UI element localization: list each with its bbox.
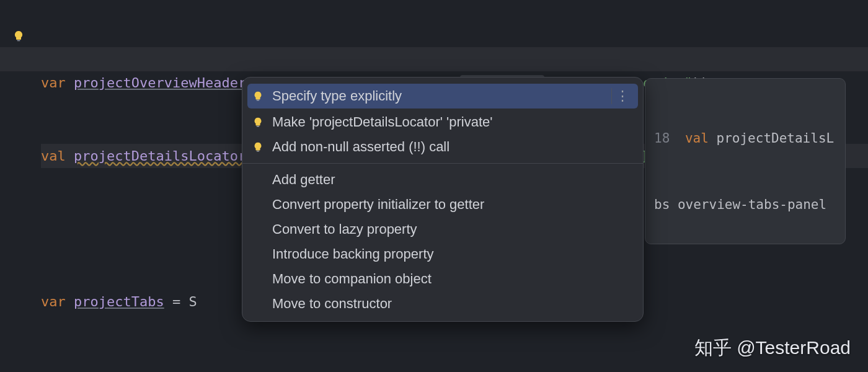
usage-preview-tooltip: 18 val projectDetailsL bs overview-tabs-…: [645, 78, 846, 244]
intention-item-move-constructor[interactable]: Move to constructor: [242, 291, 643, 316]
intention-item-label: Move to constructor: [272, 296, 392, 312]
intention-item-label: Specify type explicitly: [272, 88, 402, 104]
intention-item-add-getter[interactable]: Add getter: [242, 167, 643, 192]
intention-actions-popup: Specify type explicitly ⋮ Make 'projectD…: [242, 77, 644, 322]
intention-item-specify-type[interactable]: Specify type explicitly ⋮: [247, 84, 638, 108]
svg-rect-2: [257, 126, 260, 126]
intention-item-label: Add getter: [272, 172, 335, 188]
intention-item-backing-property[interactable]: Introduce backing property: [242, 242, 643, 267]
watermark: 知乎 @TesterRoad: [694, 335, 851, 361]
lightbulb-icon: [251, 91, 265, 102]
more-actions-icon[interactable]: ⋮: [611, 88, 633, 104]
intention-item-label: Convert property initializer to getter: [272, 197, 484, 213]
intention-item-make-private[interactable]: Make 'projectDetailsLocator' 'private': [242, 110, 643, 135]
lightbulb-icon: [251, 141, 265, 153]
lightbulb-icon: [251, 117, 265, 128]
line-number: 18: [654, 131, 670, 146]
popup-separator: [242, 163, 643, 164]
intention-item-label: Introduce backing property: [272, 246, 434, 262]
intention-item-label: Make 'projectDetailsLocator' 'private': [272, 114, 493, 130]
intention-item-convert-lazy[interactable]: Convert to lazy property: [242, 217, 643, 242]
intention-item-non-null[interactable]: Add non-null asserted (!!) call: [242, 135, 643, 159]
intention-item-move-companion[interactable]: Move to companion object: [242, 267, 643, 291]
code-line[interactable]: [41, 362, 868, 372]
intention-item-label: Move to companion object: [272, 271, 432, 287]
svg-rect-3: [257, 151, 260, 151]
intention-item-label: Add non-null asserted (!!) call: [272, 139, 450, 155]
svg-rect-1: [257, 100, 260, 100]
intention-item-label: Convert to lazy property: [272, 221, 417, 237]
intention-item-convert-initializer[interactable]: Convert property initializer to getter: [242, 192, 643, 217]
